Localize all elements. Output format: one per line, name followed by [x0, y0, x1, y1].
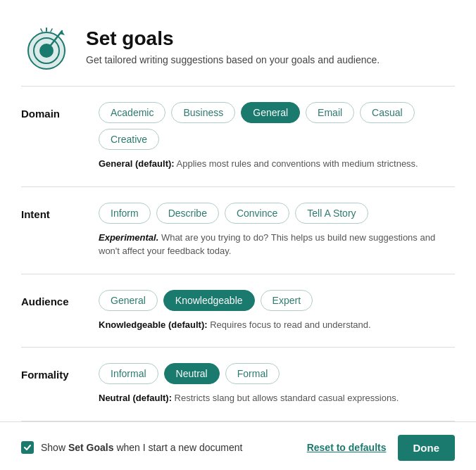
page-subtitle: Get tailored writing suggestions based o…	[86, 54, 380, 65]
chip-inform[interactable]: Inform	[99, 203, 151, 224]
logo-icon	[21, 21, 72, 72]
domain-desc-bold: General (default):	[99, 158, 175, 169]
domain-section: Domain Academic Business General Email C…	[21, 87, 455, 187]
page-title: Set goals	[86, 27, 380, 50]
formality-content: Informal Neutral Formal Neutral (default…	[99, 363, 455, 405]
chip-academic[interactable]: Academic	[99, 102, 165, 123]
header: Set goals Get tailored writing suggestio…	[21, 21, 455, 72]
chip-convince[interactable]: Convince	[225, 203, 289, 224]
formality-label: Formality	[21, 363, 99, 381]
formality-section: Formality Informal Neutral Formal Neutra…	[21, 348, 455, 421]
intent-desc-italic: Experimental.	[99, 232, 158, 243]
chip-business[interactable]: Business	[171, 102, 235, 123]
domain-label: Domain	[21, 102, 99, 120]
show-goals-checkbox[interactable]	[21, 441, 34, 454]
audience-label: Audience	[21, 290, 99, 307]
domain-content: Academic Business General Email Casual C…	[99, 102, 455, 171]
formality-chips: Informal Neutral Formal	[99, 363, 455, 384]
chip-general[interactable]: General	[241, 102, 300, 123]
intent-content: Inform Describe Convince Tell A Story Ex…	[99, 203, 455, 258]
intent-desc: Experimental. What are you trying to do?…	[99, 231, 455, 258]
header-text: Set goals Get tailored writing suggestio…	[86, 27, 380, 65]
chip-neutral[interactable]: Neutral	[164, 363, 220, 384]
audience-desc: Knowledgeable (default): Requires focus …	[99, 318, 455, 332]
done-button[interactable]: Done	[398, 435, 456, 461]
chip-audience-general[interactable]: General	[99, 290, 158, 311]
formality-desc-text: Restricts slang but allows standard casu…	[172, 393, 399, 403]
audience-content: General Knowledgeable Expert Knowledgeab…	[99, 290, 455, 332]
chip-tell-story[interactable]: Tell A Story	[295, 203, 368, 224]
chip-casual[interactable]: Casual	[360, 102, 415, 123]
intent-chips: Inform Describe Convince Tell A Story	[99, 203, 455, 224]
domain-desc: General (default): Applies most rules an…	[99, 157, 455, 171]
reset-button[interactable]: Reset to defaults	[307, 442, 387, 453]
chip-formal[interactable]: Formal	[225, 363, 280, 384]
svg-line-7	[41, 29, 42, 32]
footer-left: Show Set Goals when I start a new docume…	[21, 441, 242, 454]
footer-right: Reset to defaults Done	[307, 435, 455, 461]
audience-desc-bold: Knowledgeable (default):	[99, 319, 208, 330]
formality-desc: Neutral (default): Restricts slang but a…	[99, 391, 455, 405]
footer-label-prefix: Show	[41, 442, 65, 453]
chip-informal[interactable]: Informal	[99, 363, 158, 384]
main-container: Set goals Get tailored writing suggestio…	[0, 0, 476, 421]
chip-describe[interactable]: Describe	[156, 203, 219, 224]
footer: Show Set Goals when I start a new docume…	[0, 421, 476, 471]
domain-chips: Academic Business General Email Casual C…	[99, 102, 455, 150]
audience-desc-text: Requires focus to read and understand.	[208, 319, 371, 330]
chip-audience-expert[interactable]: Expert	[261, 290, 313, 311]
chip-creative[interactable]: Creative	[99, 129, 159, 150]
footer-label-suffix: when I start a new document	[116, 442, 242, 453]
checkmark-icon	[23, 443, 32, 452]
footer-label-bold: Set Goals	[68, 442, 114, 453]
chip-email[interactable]: Email	[306, 102, 354, 123]
audience-section: Audience General Knowledgeable Expert Kn…	[21, 274, 455, 348]
intent-section: Intent Inform Describe Convince Tell A S…	[21, 187, 455, 274]
footer-label: Show Set Goals when I start a new docume…	[41, 442, 242, 453]
domain-desc-text: Applies most rules and conventions with …	[175, 158, 418, 169]
svg-line-8	[51, 29, 52, 32]
audience-chips: General Knowledgeable Expert	[99, 290, 455, 311]
intent-label: Intent	[21, 203, 99, 220]
chip-audience-knowledgeable[interactable]: Knowledgeable	[163, 290, 255, 311]
formality-desc-bold: Neutral (default):	[99, 393, 172, 403]
